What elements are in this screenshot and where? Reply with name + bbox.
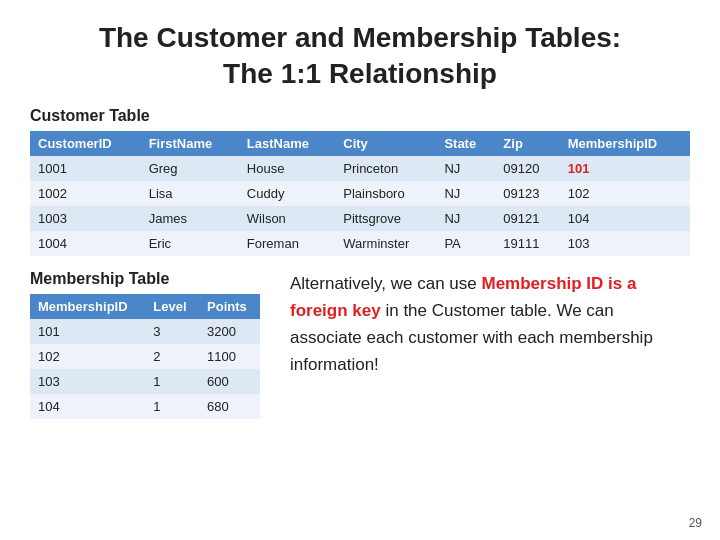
table-cell: 101 [30, 319, 145, 344]
table-row: 1031600 [30, 369, 260, 394]
text-part1: Alternatively, we can use [290, 274, 482, 293]
table-row: 1003JamesWilsonPittsgroveNJ09121104 [30, 206, 690, 231]
table-cell: 102 [560, 181, 690, 206]
table-cell: 1002 [30, 181, 141, 206]
customer-col-header: FirstName [141, 131, 239, 156]
membership-table-wrap: Membership Table MembershipIDLevelPoints… [30, 270, 260, 419]
table-cell: 3200 [199, 319, 260, 344]
table-cell: 09123 [495, 181, 559, 206]
table-cell: Warminster [335, 231, 436, 256]
table-row: 1041680 [30, 394, 260, 419]
membership-col-header: Level [145, 294, 199, 319]
table-cell: Lisa [141, 181, 239, 206]
table-cell: Cuddy [239, 181, 335, 206]
customer-col-header: State [436, 131, 495, 156]
table-cell: James [141, 206, 239, 231]
bottom-section: Membership Table MembershipIDLevelPoints… [30, 270, 690, 419]
table-cell: 09121 [495, 206, 559, 231]
membership-table: MembershipIDLevelPoints 1013320010221100… [30, 294, 260, 419]
page-title: The Customer and Membership Tables: The … [30, 20, 690, 93]
customer-col-header: City [335, 131, 436, 156]
table-cell: 1004 [30, 231, 141, 256]
table-row: 10221100 [30, 344, 260, 369]
membership-col-header: MembershipID [30, 294, 145, 319]
customer-col-header: Zip [495, 131, 559, 156]
table-row: 1004EricForemanWarminsterPA19111103 [30, 231, 690, 256]
table-cell: NJ [436, 156, 495, 181]
membership-col-header: Points [199, 294, 260, 319]
table-cell: 101 [560, 156, 690, 181]
membership-table-label: Membership Table [30, 270, 260, 288]
table-cell: 1 [145, 394, 199, 419]
table-cell: Eric [141, 231, 239, 256]
table-cell: Princeton [335, 156, 436, 181]
table-cell: Pittsgrove [335, 206, 436, 231]
table-cell: NJ [436, 206, 495, 231]
page-number: 29 [689, 516, 702, 530]
table-cell: Foreman [239, 231, 335, 256]
table-cell: 2 [145, 344, 199, 369]
table-cell: 09120 [495, 156, 559, 181]
table-cell: 1001 [30, 156, 141, 181]
customer-col-header: CustomerID [30, 131, 141, 156]
table-cell: 1100 [199, 344, 260, 369]
table-cell: 1003 [30, 206, 141, 231]
table-cell: 103 [560, 231, 690, 256]
table-row: 1002LisaCuddyPlainsboroNJ09123102 [30, 181, 690, 206]
table-cell: 104 [30, 394, 145, 419]
table-cell: 104 [560, 206, 690, 231]
table-cell: 1 [145, 369, 199, 394]
table-row: 10133200 [30, 319, 260, 344]
customer-col-header: MembershipID [560, 131, 690, 156]
table-row: 1001GregHousePrincetonNJ09120101 [30, 156, 690, 181]
table-cell: 600 [199, 369, 260, 394]
table-cell: 103 [30, 369, 145, 394]
customer-table-label: Customer Table [30, 107, 690, 125]
customer-col-header: LastName [239, 131, 335, 156]
table-cell: PA [436, 231, 495, 256]
table-cell: 19111 [495, 231, 559, 256]
table-cell: NJ [436, 181, 495, 206]
table-cell: Wilson [239, 206, 335, 231]
table-cell: 3 [145, 319, 199, 344]
table-cell: 680 [199, 394, 260, 419]
description-text: Alternatively, we can use Membership ID … [290, 270, 690, 379]
table-cell: 102 [30, 344, 145, 369]
table-cell: Greg [141, 156, 239, 181]
customer-table: CustomerIDFirstNameLastNameCityStateZipM… [30, 131, 690, 256]
table-cell: House [239, 156, 335, 181]
table-cell: Plainsboro [335, 181, 436, 206]
